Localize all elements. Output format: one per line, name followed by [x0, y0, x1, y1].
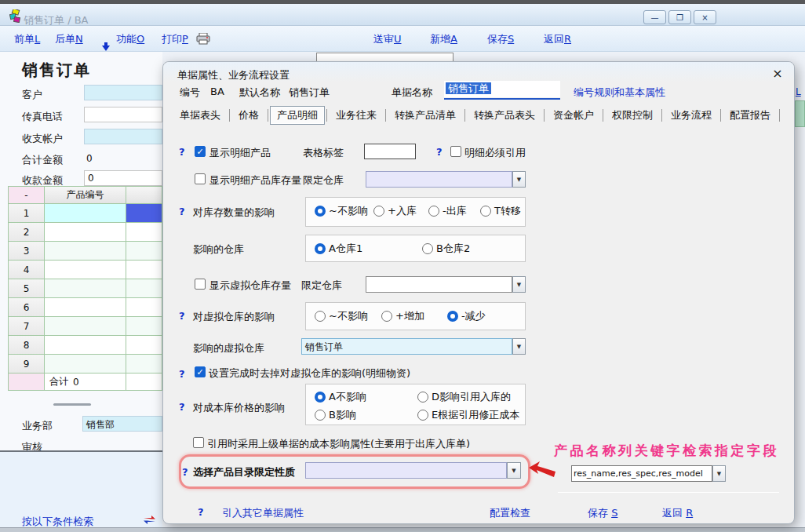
table-cell[interactable]: [126, 336, 162, 355]
toolbar-save[interactable]: 保存S: [487, 32, 514, 46]
row-number[interactable]: 2: [9, 223, 45, 242]
toolbar-prev-doc[interactable]: 前单L: [14, 32, 40, 46]
radio-warehouse-b[interactable]: B仓库2: [422, 242, 470, 256]
table-cell[interactable]: [126, 261, 162, 279]
fax-input[interactable]: [84, 107, 162, 122]
help-icon[interactable]: ?: [436, 146, 443, 158]
radio-transfer[interactable]: T转移: [480, 204, 521, 218]
help-icon[interactable]: ?: [179, 206, 185, 217]
table-cell[interactable]: [126, 242, 162, 261]
affected-virtual-warehouse-select[interactable]: 销售订单: [301, 338, 512, 355]
table-cell[interactable]: [45, 223, 126, 242]
tab-business-flow[interactable]: 业务流程: [664, 106, 719, 125]
table-cell[interactable]: [126, 355, 162, 373]
help-icon[interactable]: ?: [179, 146, 185, 158]
toolbar-return[interactable]: 返回R: [544, 32, 571, 46]
doc-name-input[interactable]: 销售订单: [444, 81, 560, 97]
printer-icon[interactable]: [196, 33, 210, 45]
dropdown-arrow-icon[interactable]: ▼: [512, 276, 526, 293]
show-detail-stock-checkbox[interactable]: [195, 173, 206, 184]
numbering-rules-link[interactable]: 编号规则和基本属性: [574, 86, 665, 100]
virtual-limit-warehouse-select[interactable]: [366, 276, 512, 293]
toolbar-functions[interactable]: 功能O: [116, 32, 144, 46]
tab-business-contacts[interactable]: 业务往来: [329, 106, 384, 125]
radio-virtual-no-effect[interactable]: ~不影响: [315, 309, 368, 323]
table-cell[interactable]: [45, 317, 126, 336]
row-number[interactable]: 9: [9, 355, 45, 373]
radio-stock-out[interactable]: -出库: [428, 204, 467, 218]
row-number[interactable]: 3: [9, 242, 45, 261]
dropdown-arrow-icon[interactable]: ▼: [512, 338, 526, 355]
help-icon[interactable]: ?: [182, 466, 188, 478]
swap-arrows-icon[interactable]: [143, 515, 156, 526]
table-cell[interactable]: [126, 279, 162, 298]
dropdown-arrow-icon[interactable]: ▼: [512, 171, 526, 188]
tab-doc-header[interactable]: 单据表头: [173, 106, 228, 125]
catalog-limit-select[interactable]: [305, 462, 507, 479]
toolbar-submit-review[interactable]: 送审U: [373, 32, 402, 46]
dropdown-arrow-icon[interactable]: ▼: [507, 462, 521, 479]
row-number[interactable]: 4: [9, 261, 45, 279]
help-icon[interactable]: ?: [179, 368, 185, 380]
table-cell[interactable]: [45, 242, 126, 261]
radio-cost-effect-referenced-in[interactable]: D影响引用入库的: [417, 390, 511, 404]
detail-must-reference-checkbox[interactable]: [450, 146, 461, 157]
table-cell[interactable]: [45, 336, 126, 355]
row-number[interactable]: 5: [9, 279, 45, 298]
edge-link-fragment[interactable]: L: [796, 86, 801, 97]
help-icon[interactable]: ?: [179, 401, 185, 413]
row-number[interactable]: 7: [9, 317, 45, 336]
dropdown-arrow-icon[interactable]: ▼: [712, 465, 726, 482]
config-check-link[interactable]: 配置检查: [490, 506, 530, 520]
radio-no-effect[interactable]: ~不影响: [315, 204, 368, 218]
table-cell[interactable]: [45, 204, 126, 223]
table-cell[interactable]: [126, 317, 162, 336]
radio-virtual-increase[interactable]: +增加: [381, 309, 424, 323]
received-amount-input[interactable]: 0: [84, 170, 162, 186]
limit-warehouse-select[interactable]: [366, 171, 512, 188]
minimize-button[interactable]: —: [643, 10, 666, 24]
table-tag-input[interactable]: [364, 144, 416, 159]
show-detail-products-checkbox[interactable]: ✓: [195, 146, 206, 157]
toolbar-add-new[interactable]: 新增A: [430, 32, 457, 46]
row-number[interactable]: 8: [9, 336, 45, 355]
tab-product-detail[interactable]: 产品明细: [270, 106, 325, 125]
dialog-close-button[interactable]: ×: [767, 65, 788, 81]
account-input[interactable]: [84, 129, 162, 144]
remove-virtual-effect-checkbox[interactable]: ✓: [195, 366, 206, 377]
close-button[interactable]: ×: [694, 10, 716, 24]
table-cell[interactable]: [45, 298, 126, 317]
dept-input[interactable]: 销售部: [82, 416, 162, 432]
table-cell[interactable]: [126, 298, 162, 317]
table-cell-selected[interactable]: [126, 204, 162, 223]
row-number[interactable]: 1: [9, 204, 45, 223]
tab-convert-product-list[interactable]: 转换产品清单: [388, 106, 463, 125]
radio-cost-correct-by-reference[interactable]: E根据引用修正成本: [417, 408, 519, 422]
tab-convert-product-header[interactable]: 转换产品表头: [467, 106, 542, 125]
toolbar-print[interactable]: 打印P: [162, 32, 188, 46]
tab-price[interactable]: 价格: [231, 106, 266, 125]
radio-cost-no-effect[interactable]: A不影响: [315, 390, 366, 404]
dialog-return-button[interactable]: 返回 R: [662, 506, 693, 520]
help-icon[interactable]: ?: [179, 310, 185, 322]
help-icon[interactable]: ?: [198, 506, 204, 518]
use-parent-cost-attr-checkbox[interactable]: [193, 437, 204, 448]
radio-warehouse-a[interactable]: A仓库1: [315, 242, 362, 256]
maximize-button[interactable]: ❐: [668, 10, 691, 24]
import-other-doc-attrs-link[interactable]: 引入其它单据属性: [222, 506, 304, 520]
radio-stock-in[interactable]: +入库: [373, 204, 417, 218]
table-cell[interactable]: [126, 223, 162, 242]
tab-fund-account[interactable]: 资金帐户: [546, 106, 601, 125]
keyword-fields-select[interactable]: res_name,res_spec,res_model: [571, 465, 712, 482]
radio-cost-effect[interactable]: B影响: [315, 408, 356, 422]
table-cell[interactable]: [45, 355, 126, 373]
tab-permission-control[interactable]: 权限控制: [605, 106, 660, 125]
row-number[interactable]: 6: [9, 298, 45, 317]
dialog-save-button[interactable]: 保存 S: [588, 506, 617, 520]
customer-input[interactable]: [84, 85, 162, 100]
table-cell[interactable]: [45, 279, 126, 298]
table-cell[interactable]: [45, 261, 126, 279]
show-virtual-stock-checkbox[interactable]: [195, 279, 206, 290]
tab-config-report[interactable]: 配置报告: [723, 106, 778, 125]
radio-virtual-decrease[interactable]: -减少: [447, 309, 486, 323]
